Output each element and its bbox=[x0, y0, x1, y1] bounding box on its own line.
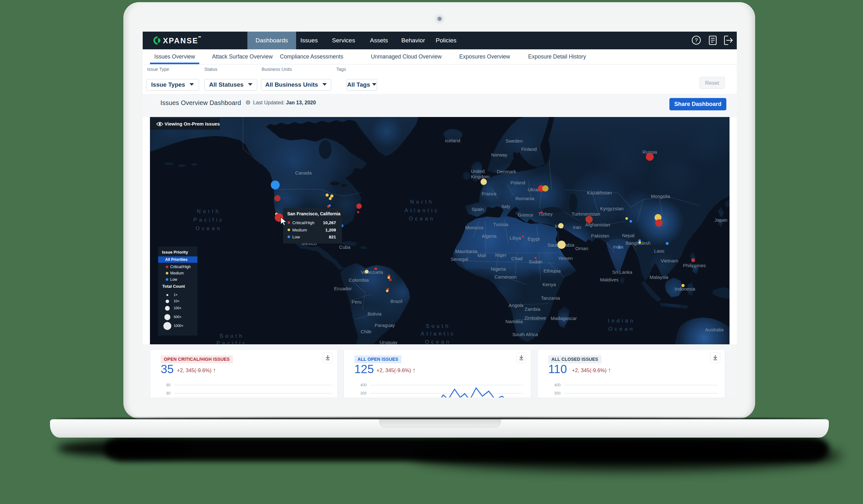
svg-text:?: ? bbox=[695, 37, 698, 43]
